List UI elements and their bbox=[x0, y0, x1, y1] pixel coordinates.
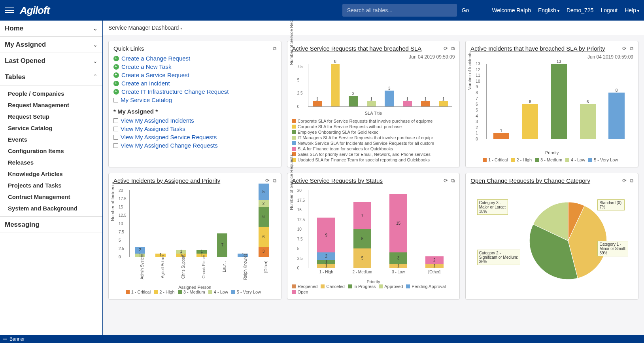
sidebar-heading-label: Messaging bbox=[5, 221, 40, 229]
help-menu[interactable]: Help bbox=[625, 7, 639, 13]
welcome-text: Welcome Ralph bbox=[492, 7, 531, 13]
card-incidents-priority: Active Incidents that have breached SLA … bbox=[465, 41, 638, 167]
link-label: Create IT Infrastructure Change Request bbox=[121, 88, 229, 95]
link-label: View My Assigned Tasks bbox=[121, 125, 185, 132]
link-label: Create a Change Request bbox=[121, 55, 190, 62]
sidebar-item[interactable]: Projects and Tasks bbox=[0, 180, 102, 191]
popout-icon[interactable]: ⧉ bbox=[273, 45, 276, 52]
y-axis-label: Number of Service Reque bbox=[289, 21, 294, 65]
y-axis-label: Number of Service Requests bbox=[289, 154, 294, 210]
popout-icon[interactable]: ⧉ bbox=[451, 178, 455, 184]
document-icon bbox=[113, 127, 118, 131]
sidebar-item[interactable]: Knowledge Articles bbox=[0, 168, 102, 180]
sidebar-section-assigned[interactable]: My Assigned⌄ bbox=[0, 37, 102, 53]
quick-link-create[interactable]: Create a New Task bbox=[113, 63, 276, 71]
sidebar-tables-heading[interactable]: Tables⌃ bbox=[0, 69, 102, 85]
main-content: Service Manager Dashboard Quick Links ⧉ … bbox=[103, 21, 644, 335]
link-label: View My Assigned Service Requests bbox=[121, 134, 217, 140]
card-sla-breach: Active Service Requests that have breach… bbox=[287, 41, 460, 167]
quick-link-create[interactable]: Create a Service Request bbox=[113, 71, 276, 79]
quick-link-assigned[interactable]: View My Assigned Service Requests bbox=[113, 133, 276, 141]
logout-link[interactable]: Logout bbox=[601, 7, 618, 13]
footer-banner: Banner bbox=[0, 335, 644, 343]
sidebar-item[interactable]: Releases bbox=[0, 157, 102, 168]
card-title[interactable]: Active Service Requests by Status bbox=[292, 177, 383, 184]
refresh-icon[interactable]: ⟳ bbox=[444, 178, 448, 184]
y-axis-label: Number of Incidents bbox=[467, 51, 472, 90]
x-axis-label: Priority bbox=[292, 279, 455, 284]
sidebar-section-home[interactable]: Home⌄ bbox=[0, 21, 102, 37]
popout-icon[interactable]: ⧉ bbox=[630, 178, 633, 184]
sidebar-item[interactable]: Request Management bbox=[0, 99, 102, 111]
chart-legend: ReopenedCanceledIn ProgressApprovedPendi… bbox=[292, 284, 455, 295]
quick-link-create[interactable]: Create IT Infrastructure Change Request bbox=[113, 87, 276, 96]
link-label: Create an Incident bbox=[121, 80, 170, 87]
sidebar-section-label: My Assigned bbox=[5, 41, 46, 49]
plus-icon bbox=[113, 72, 119, 78]
pie-slice-label: Category 2 -Significant or Medium:36% bbox=[477, 250, 520, 265]
pie-slice-label: Category 1 -Minor or Small:39% bbox=[597, 241, 628, 256]
link-my-service-catalog[interactable]: My Service Catalog bbox=[113, 96, 276, 104]
sidebar-item[interactable]: Contract Management bbox=[0, 191, 102, 203]
refresh-icon[interactable]: ⟳ bbox=[265, 178, 270, 184]
sidebar-item[interactable]: System and Background bbox=[0, 203, 102, 214]
language-menu[interactable]: English bbox=[538, 7, 559, 13]
card-title: Quick Links bbox=[113, 45, 144, 52]
card-title[interactable]: Active Incidents by Assignee and Priorit… bbox=[113, 177, 220, 184]
document-icon bbox=[113, 118, 118, 123]
sidebar-item[interactable]: Request Setup bbox=[0, 111, 102, 122]
dashboard-title-dropdown[interactable]: Service Manager Dashboard bbox=[103, 21, 644, 35]
minimize-icon[interactable] bbox=[3, 339, 7, 339]
quick-link-assigned[interactable]: View My Assigned Incidents bbox=[113, 116, 276, 125]
quick-link-assigned[interactable]: View My Assigned Change Requests bbox=[113, 141, 276, 150]
plus-icon bbox=[113, 81, 119, 86]
menu-icon[interactable] bbox=[5, 6, 14, 15]
timestamp: Jun 04 2019 09:59:09 bbox=[470, 54, 633, 60]
go-button[interactable]: Go bbox=[462, 7, 469, 13]
pie-slice-label: Category 3 -Major or Large:18% bbox=[477, 199, 508, 215]
popout-icon[interactable]: ⧉ bbox=[630, 45, 633, 52]
sidebar-item[interactable]: People / Companies bbox=[0, 88, 102, 99]
search-input[interactable] bbox=[342, 4, 457, 17]
popout-icon[interactable]: ⧉ bbox=[273, 178, 276, 184]
link-label: My Service Catalog bbox=[121, 97, 172, 103]
sidebar-heading-label: Tables bbox=[5, 73, 26, 81]
link-label: View My Assigned Incidents bbox=[121, 117, 194, 124]
timestamp: Jun 04 2019 09:59:09 bbox=[292, 54, 455, 60]
sidebar-item[interactable]: Events bbox=[0, 134, 102, 145]
link-label: Create a New Task bbox=[121, 63, 171, 70]
sidebar-item[interactable]: Configuration Items bbox=[0, 145, 102, 157]
sidebar: Home⌄ My Assigned⌄ Last Opened⌄ Tables⌃ … bbox=[0, 21, 103, 335]
x-axis-label: SLA Title bbox=[292, 111, 455, 116]
chevron-up-icon: ⌃ bbox=[93, 73, 98, 81]
refresh-icon[interactable]: ⟳ bbox=[444, 45, 448, 52]
sidebar-item[interactable]: Service Catalog bbox=[0, 122, 102, 134]
sidebar-section-last-opened[interactable]: Last Opened⌄ bbox=[0, 53, 102, 69]
card-title[interactable]: Active Incidents that have breached SLA … bbox=[470, 45, 605, 52]
card-title[interactable]: Active Service Requests that have breach… bbox=[292, 45, 422, 52]
plus-icon bbox=[113, 56, 119, 61]
card-change-requests: Open Change Requests by Change Category … bbox=[465, 173, 638, 299]
plus-icon bbox=[113, 89, 119, 95]
card-title[interactable]: Open Change Requests by Change Category bbox=[470, 177, 590, 184]
logo: Agiloft bbox=[20, 4, 49, 17]
my-assigned-heading: * My Assigned * bbox=[113, 108, 276, 115]
x-axis-label: Priority bbox=[470, 150, 633, 155]
link-label: Create a Service Request bbox=[121, 72, 189, 78]
sidebar-section-label: Home bbox=[5, 25, 23, 32]
demo-link[interactable]: Demo_725 bbox=[567, 7, 594, 13]
refresh-icon[interactable]: ⟳ bbox=[622, 178, 627, 184]
document-icon bbox=[113, 143, 118, 148]
chevron-down-icon: ⌄ bbox=[93, 58, 98, 64]
quick-link-create[interactable]: Create an Incident bbox=[113, 79, 276, 87]
x-axis-label: Assigned Person bbox=[113, 285, 276, 290]
quick-link-create[interactable]: Create a Change Request bbox=[113, 54, 276, 63]
y-axis-label: Number of Incidents bbox=[110, 182, 115, 221]
card-requests-status: Active Service Requests by Status ⟳⧉ Num… bbox=[287, 173, 460, 299]
sidebar-messaging[interactable]: Messaging bbox=[0, 216, 102, 233]
footer-label: Banner bbox=[9, 336, 25, 342]
refresh-icon[interactable]: ⟳ bbox=[622, 45, 627, 52]
quick-link-assigned[interactable]: View My Assigned Tasks bbox=[113, 125, 276, 133]
document-icon bbox=[113, 98, 118, 102]
popout-icon[interactable]: ⧉ bbox=[451, 45, 455, 52]
